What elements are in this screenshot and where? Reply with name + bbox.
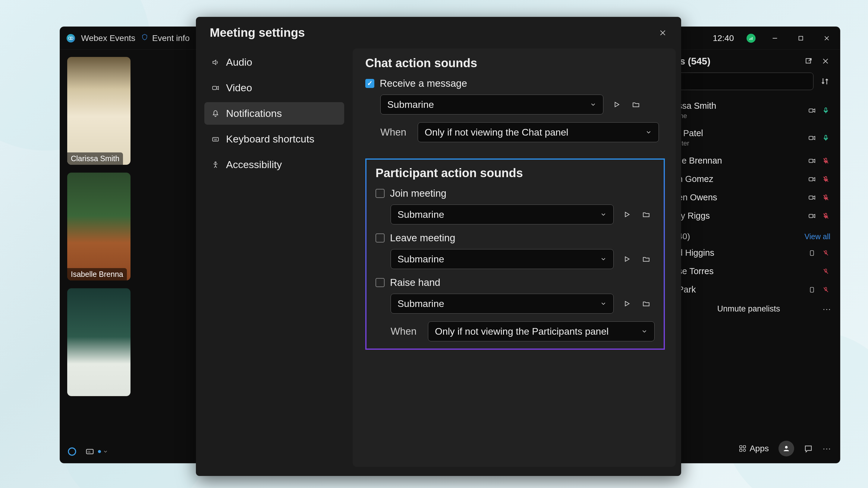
receive-message-checkbox[interactable] — [365, 79, 374, 88]
raise-sound-select[interactable]: Submarine — [391, 294, 614, 314]
meeting-settings-modal: Meeting settings Audio Video Notificatio… — [196, 17, 681, 476]
participant-row[interactable]: en Owens — [675, 188, 832, 207]
participant-name: se Torres — [678, 266, 803, 276]
chat-button[interactable] — [804, 444, 813, 453]
leave-sound-select[interactable]: Submarine — [391, 249, 614, 269]
raise-hand-label: Raise hand — [390, 277, 440, 288]
assistant-icon[interactable] — [67, 447, 77, 456]
speaker-icon — [211, 58, 220, 67]
device-icon — [807, 249, 816, 258]
video-icon — [807, 133, 816, 142]
notification-dot-icon — [98, 450, 101, 453]
participant-row[interactable]: lle Brennan — [675, 152, 832, 170]
unmute-panelists-button[interactable]: Unmute panelists — [717, 304, 780, 313]
nav-video[interactable]: Video — [204, 76, 344, 99]
participant-name: d Higgins — [678, 248, 803, 258]
leave-meeting-checkbox[interactable] — [375, 233, 384, 242]
nav-shortcuts[interactable]: Keyboard shortcuts — [204, 128, 344, 150]
close-icon[interactable] — [656, 27, 669, 39]
close-panel-button[interactable] — [819, 55, 832, 67]
video-icon — [807, 193, 816, 202]
svg-rect-6 — [799, 36, 803, 40]
apps-button[interactable]: Apps — [739, 444, 769, 453]
browse-sound-button[interactable] — [640, 253, 652, 265]
svg-rect-4 — [752, 37, 752, 40]
participant-row[interactable]: ssa Smithme — [675, 97, 832, 124]
event-info-label: Event info — [152, 33, 190, 43]
view-all-link[interactable]: View all — [804, 232, 830, 241]
browse-sound-button[interactable] — [640, 298, 652, 310]
modal-title: Meeting settings — [210, 26, 656, 39]
video-icon — [807, 106, 816, 115]
participants-search-input[interactable] — [675, 73, 813, 90]
chat-action-title: Chat action sounds — [365, 56, 665, 70]
keyboard-icon — [211, 135, 220, 144]
sort-icon[interactable] — [818, 75, 832, 88]
browse-sound-button[interactable] — [640, 208, 652, 221]
participant-name: ssa Smith — [678, 101, 803, 111]
svg-line-33 — [824, 269, 828, 273]
nav-accessibility[interactable]: Accessibility — [204, 153, 344, 176]
video-icon — [807, 156, 816, 165]
raise-hand-checkbox[interactable] — [375, 278, 384, 287]
participant-row[interactable]: n Gomez — [675, 170, 832, 188]
play-sound-button[interactable] — [621, 208, 633, 221]
video-tile[interactable]: Isabelle Brenna — [67, 173, 130, 281]
settings-nav: Audio Video Notifications Keyboard short… — [196, 45, 352, 476]
join-meeting-checkbox[interactable] — [375, 189, 384, 198]
chevron-down-icon — [600, 211, 607, 218]
video-icon — [807, 175, 816, 184]
participant-row[interactable]: d Higgins — [675, 244, 832, 262]
receive-sound-select[interactable]: Submarine — [380, 95, 603, 115]
play-sound-button[interactable] — [621, 298, 633, 310]
popout-icon[interactable] — [803, 55, 815, 67]
chevron-down-icon — [641, 328, 648, 335]
mic-off-icon — [821, 285, 830, 294]
video-tile[interactable]: Clarissa Smith — [67, 57, 130, 165]
participant-sounds-section: Participant action sounds Join meeting S… — [365, 158, 665, 350]
svg-rect-16 — [825, 135, 827, 139]
window-minimize-button[interactable] — [768, 32, 781, 45]
participant-row[interactable]: r Patelnter — [675, 124, 832, 152]
play-sound-button[interactable] — [611, 98, 623, 110]
nav-label: Audio — [226, 56, 252, 68]
window-maximize-button[interactable] — [794, 32, 807, 45]
nav-label: Video — [226, 82, 252, 94]
more-icon[interactable]: ⋯ — [823, 304, 832, 314]
mic-off-icon — [821, 212, 830, 221]
mic-off-icon — [821, 267, 830, 276]
chevron-down-icon — [600, 256, 607, 262]
nav-notifications[interactable]: Notifications — [204, 102, 344, 125]
video-tile[interactable] — [67, 288, 130, 396]
join-sound-select[interactable]: Submarine — [391, 204, 614, 224]
svg-rect-26 — [809, 214, 813, 218]
chevron-down-icon — [645, 129, 652, 135]
play-sound-button[interactable] — [621, 253, 633, 265]
cc-icon[interactable]: cc — [85, 447, 108, 456]
chat-when-select[interactable]: Only if not viewing the Chat panel — [418, 122, 659, 142]
participants-button[interactable] — [778, 441, 794, 456]
svg-rect-29 — [810, 250, 814, 255]
nav-audio[interactable]: Audio — [204, 51, 344, 73]
participant-row[interactable]: se Torres — [675, 262, 832, 281]
svg-rect-41 — [743, 446, 746, 448]
svg-text:cc: cc — [88, 450, 91, 453]
svg-rect-20 — [809, 177, 813, 181]
svg-rect-47 — [213, 86, 216, 90]
participants-panel: ts (545) ssa Smithme r Patelnter — [671, 50, 840, 463]
svg-point-1 — [70, 37, 73, 39]
participant-name: lle Brennan — [678, 156, 803, 166]
svg-point-44 — [785, 446, 788, 449]
participant-name: n Gomez — [678, 174, 803, 184]
participant-when-select[interactable]: Only if not viewing the Participants pan… — [428, 321, 655, 341]
status-indicator-icon — [747, 34, 755, 43]
participant-row[interactable]: Park — [675, 281, 832, 299]
participant-row[interactable]: ry Riggs — [675, 207, 832, 225]
svg-line-31 — [824, 251, 828, 255]
window-close-button[interactable] — [820, 32, 833, 45]
svg-rect-23 — [809, 196, 813, 199]
more-options-button[interactable]: ⋯ — [823, 444, 832, 454]
event-info-link[interactable]: Event info — [141, 33, 190, 43]
when-label: When — [391, 326, 420, 337]
browse-sound-button[interactable] — [630, 98, 642, 110]
